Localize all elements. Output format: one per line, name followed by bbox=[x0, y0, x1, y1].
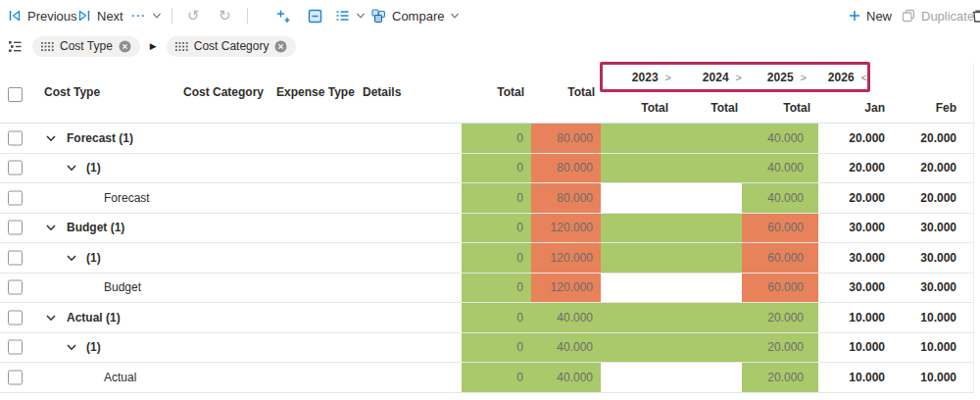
value-cell[interactable] bbox=[671, 333, 742, 363]
value-cell[interactable]: 0 bbox=[462, 363, 531, 392]
value-cell[interactable]: 30.000 bbox=[897, 214, 973, 243]
value-cell[interactable]: 0 bbox=[462, 154, 531, 183]
table-row[interactable]: (1) 0 80.000 40.000 20.000 20.000 bbox=[0, 154, 973, 184]
collapse-year-icon[interactable]: < bbox=[861, 72, 867, 83]
previous-button[interactable]: Previous bbox=[8, 0, 77, 31]
value-cell[interactable] bbox=[601, 243, 671, 273]
value-cell[interactable]: 40.000 bbox=[531, 363, 601, 392]
column-header-expense-type[interactable]: Expense Type bbox=[276, 82, 355, 102]
next-button[interactable]: Next bbox=[77, 0, 123, 31]
row-checkbox[interactable] bbox=[8, 250, 23, 265]
column-header-total-2[interactable]: Total bbox=[531, 82, 595, 102]
redo-button[interactable]: ↻ bbox=[219, 0, 231, 31]
value-cell[interactable] bbox=[671, 124, 742, 153]
table-row[interactable]: Forecast (1) 0 80.000 40.000 20.000 20.0… bbox=[0, 124, 973, 154]
table-row[interactable]: Budget (1) 0 120.000 60.000 30.000 30.00… bbox=[0, 214, 973, 244]
value-cell[interactable]: 30.000 bbox=[897, 274, 973, 303]
value-cell[interactable] bbox=[601, 303, 671, 332]
value-cell[interactable] bbox=[601, 333, 671, 363]
select-all-checkbox[interactable] bbox=[8, 87, 23, 102]
row-checkbox[interactable] bbox=[8, 280, 23, 295]
value-cell[interactable]: 10.000 bbox=[818, 363, 897, 392]
value-cell[interactable]: 10.000 bbox=[897, 303, 973, 332]
group-list-icon[interactable] bbox=[8, 39, 23, 54]
value-cell[interactable] bbox=[671, 303, 742, 332]
value-cell[interactable]: 0 bbox=[462, 333, 531, 363]
year-header-2026[interactable]: 2026 < bbox=[797, 64, 875, 91]
value-cell[interactable]: 20.000 bbox=[818, 124, 897, 153]
value-cell[interactable]: 20.000 bbox=[742, 333, 818, 363]
dismiss-icon[interactable] bbox=[119, 40, 131, 53]
table-row[interactable]: Actual 0 40.000 20.000 10.000 10.000 bbox=[0, 363, 973, 393]
duplicate-button[interactable]: Duplicate bbox=[902, 0, 974, 31]
row-expand-icon[interactable] bbox=[45, 222, 57, 233]
view-list-button[interactable] bbox=[335, 0, 366, 31]
row-checkbox[interactable] bbox=[8, 190, 23, 205]
value-cell[interactable] bbox=[671, 183, 742, 213]
row-checkbox[interactable] bbox=[8, 221, 23, 235]
value-cell[interactable]: 60.000 bbox=[742, 243, 818, 273]
row-checkbox[interactable] bbox=[8, 370, 23, 384]
group-chip-cost-category[interactable]: Cost Category bbox=[167, 36, 297, 57]
value-cell[interactable] bbox=[671, 214, 742, 243]
value-cell[interactable] bbox=[671, 154, 742, 183]
value-cell[interactable] bbox=[601, 154, 671, 183]
row-expand-icon[interactable] bbox=[45, 132, 57, 144]
table-row[interactable]: Budget 0 120.000 60.000 30.000 30.000 bbox=[0, 274, 973, 304]
value-cell[interactable]: 20.000 bbox=[742, 303, 818, 332]
column-header-total-1[interactable]: Total bbox=[462, 82, 524, 102]
value-cell[interactable]: 80.000 bbox=[531, 124, 601, 153]
compare-button[interactable]: Compare bbox=[370, 0, 460, 31]
value-cell[interactable]: 10.000 bbox=[897, 333, 973, 363]
value-cell[interactable] bbox=[601, 274, 671, 303]
table-row[interactable]: Actual (1) 0 40.000 20.000 10.000 10.000 bbox=[0, 303, 973, 333]
row-expand-icon[interactable] bbox=[66, 341, 77, 353]
value-cell[interactable]: 20.000 bbox=[818, 154, 897, 183]
row-checkbox[interactable] bbox=[8, 310, 23, 325]
value-cell[interactable]: 40.000 bbox=[742, 124, 818, 153]
value-cell[interactable]: 0 bbox=[462, 124, 531, 153]
collapse-all-button[interactable] bbox=[308, 0, 322, 31]
value-cell[interactable] bbox=[601, 363, 671, 392]
value-cell[interactable] bbox=[671, 274, 742, 303]
add-row-button[interactable] bbox=[275, 0, 290, 31]
new-button[interactable]: New bbox=[849, 0, 892, 31]
value-cell[interactable]: 0 bbox=[462, 243, 531, 273]
value-cell[interactable]: 120.000 bbox=[531, 243, 601, 273]
value-cell[interactable]: 120.000 bbox=[531, 214, 601, 243]
value-cell[interactable]: 80.000 bbox=[531, 183, 601, 213]
value-cell[interactable]: 60.000 bbox=[742, 214, 818, 243]
value-cell[interactable]: 20.000 bbox=[742, 363, 818, 392]
column-header-cost-type[interactable]: Cost Type bbox=[44, 82, 100, 102]
value-cell[interactable]: 20.000 bbox=[897, 183, 973, 213]
value-cell[interactable]: 40.000 bbox=[742, 183, 818, 213]
undo-button[interactable]: ↺ bbox=[187, 0, 200, 31]
value-cell[interactable] bbox=[601, 124, 671, 153]
row-checkbox[interactable] bbox=[8, 340, 23, 355]
row-expand-icon[interactable] bbox=[66, 162, 77, 174]
row-expand-icon[interactable] bbox=[45, 312, 57, 324]
overflow-menu-button[interactable]: ⋯ bbox=[130, 0, 162, 31]
value-cell[interactable] bbox=[671, 243, 742, 273]
value-cell[interactable] bbox=[601, 214, 671, 243]
value-cell[interactable]: 40.000 bbox=[742, 154, 818, 183]
value-cell[interactable]: 20.000 bbox=[897, 154, 973, 183]
value-cell[interactable]: 30.000 bbox=[818, 214, 897, 243]
value-cell[interactable]: 10.000 bbox=[818, 333, 897, 363]
value-cell[interactable]: 30.000 bbox=[818, 274, 897, 303]
row-expand-icon[interactable] bbox=[66, 252, 77, 264]
value-cell[interactable]: 40.000 bbox=[531, 303, 601, 332]
value-cell[interactable]: 120.000 bbox=[531, 274, 601, 303]
value-cell[interactable]: 20.000 bbox=[897, 124, 973, 153]
value-cell[interactable]: 40.000 bbox=[531, 333, 601, 363]
table-row[interactable]: Forecast 0 80.000 40.000 20.000 20.000 bbox=[0, 183, 973, 214]
table-row[interactable]: (1) 0 120.000 60.000 30.000 30.000 bbox=[0, 243, 973, 274]
value-cell[interactable]: 10.000 bbox=[897, 363, 973, 392]
value-cell[interactable]: 60.000 bbox=[742, 274, 818, 303]
value-cell[interactable]: 0 bbox=[462, 214, 531, 243]
group-chip-cost-type[interactable]: Cost Type bbox=[32, 36, 140, 57]
value-cell[interactable]: 0 bbox=[462, 183, 531, 213]
value-cell[interactable]: 20.000 bbox=[818, 183, 897, 213]
value-cell[interactable]: 0 bbox=[462, 274, 531, 303]
delete-button[interactable] bbox=[971, 0, 980, 31]
